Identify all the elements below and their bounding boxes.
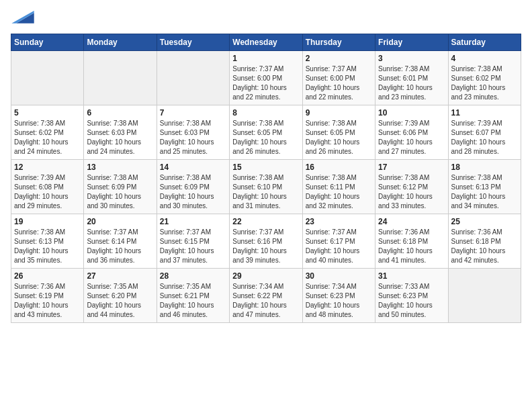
calendar-cell: 8Sunrise: 7:38 AM Sunset: 6:05 PM Daylig…: [230, 105, 302, 160]
day-info: Sunrise: 7:35 AM Sunset: 6:20 PM Dayligh…: [87, 282, 153, 320]
calendar-cell: 18Sunrise: 7:38 AM Sunset: 6:13 PM Dayli…: [448, 160, 521, 214]
day-number: 20: [87, 217, 153, 226]
day-info: Sunrise: 7:36 AM Sunset: 6:18 PM Dayligh…: [378, 228, 445, 265]
day-number: 3: [378, 54, 445, 63]
calendar-cell: 12Sunrise: 7:39 AM Sunset: 6:08 PM Dayli…: [11, 160, 84, 214]
day-number: 10: [378, 108, 445, 118]
day-info: Sunrise: 7:38 AM Sunset: 6:02 PM Dayligh…: [14, 119, 81, 156]
day-info: Sunrise: 7:39 AM Sunset: 6:07 PM Dayligh…: [451, 119, 518, 156]
day-number: 25: [451, 217, 518, 226]
day-info: Sunrise: 7:37 AM Sunset: 6:00 PM Dayligh…: [232, 64, 299, 102]
calendar-cell: 27Sunrise: 7:35 AM Sunset: 6:20 PM Dayli…: [84, 269, 157, 323]
day-info: Sunrise: 7:37 AM Sunset: 6:15 PM Dayligh…: [160, 228, 226, 265]
calendar-cell: [157, 51, 229, 105]
day-info: Sunrise: 7:33 AM Sunset: 6:23 PM Dayligh…: [378, 282, 445, 320]
logo-icon: [11, 11, 35, 24]
day-info: Sunrise: 7:38 AM Sunset: 6:09 PM Dayligh…: [87, 173, 153, 211]
calendar-cell: 10Sunrise: 7:39 AM Sunset: 6:06 PM Dayli…: [375, 105, 448, 160]
day-info: Sunrise: 7:38 AM Sunset: 6:03 PM Dayligh…: [160, 119, 226, 156]
calendar-cell: 1Sunrise: 7:37 AM Sunset: 6:00 PM Daylig…: [230, 51, 302, 105]
day-info: Sunrise: 7:38 AM Sunset: 6:02 PM Dayligh…: [451, 64, 518, 102]
day-info: Sunrise: 7:34 AM Sunset: 6:23 PM Dayligh…: [306, 282, 372, 320]
calendar-cell: 13Sunrise: 7:38 AM Sunset: 6:09 PM Dayli…: [84, 160, 157, 214]
day-number: 12: [14, 163, 81, 172]
day-number: 8: [232, 108, 299, 118]
calendar-cell: 28Sunrise: 7:35 AM Sunset: 6:21 PM Dayli…: [157, 269, 229, 323]
day-number: 6: [87, 108, 153, 118]
calendar-cell: 23Sunrise: 7:37 AM Sunset: 6:17 PM Dayli…: [302, 214, 375, 269]
day-number: 24: [378, 217, 445, 226]
day-info: Sunrise: 7:35 AM Sunset: 6:21 PM Dayligh…: [160, 282, 226, 320]
day-number: 11: [451, 108, 518, 118]
day-number: 26: [14, 271, 81, 281]
calendar-cell: 4Sunrise: 7:38 AM Sunset: 6:02 PM Daylig…: [448, 51, 521, 105]
calendar-cell: [84, 51, 157, 105]
day-info: Sunrise: 7:38 AM Sunset: 6:11 PM Dayligh…: [306, 173, 372, 211]
calendar-cell: 11Sunrise: 7:39 AM Sunset: 6:07 PM Dayli…: [448, 105, 521, 160]
day-number: 13: [87, 163, 153, 172]
day-info: Sunrise: 7:37 AM Sunset: 6:17 PM Dayligh…: [306, 228, 372, 265]
calendar-cell: [448, 269, 521, 323]
day-info: Sunrise: 7:38 AM Sunset: 6:05 PM Dayligh…: [306, 119, 372, 156]
day-number: 17: [378, 163, 445, 172]
calendar-cell: [11, 51, 84, 105]
day-number: 18: [451, 163, 518, 172]
day-info: Sunrise: 7:34 AM Sunset: 6:22 PM Dayligh…: [232, 282, 299, 320]
calendar-week-1: 1Sunrise: 7:37 AM Sunset: 6:00 PM Daylig…: [11, 51, 521, 105]
calendar-week-4: 19Sunrise: 7:38 AM Sunset: 6:13 PM Dayli…: [11, 214, 521, 269]
calendar-week-5: 26Sunrise: 7:36 AM Sunset: 6:19 PM Dayli…: [11, 269, 521, 323]
calendar-cell: 20Sunrise: 7:37 AM Sunset: 6:14 PM Dayli…: [84, 214, 157, 269]
day-info: Sunrise: 7:36 AM Sunset: 6:18 PM Dayligh…: [451, 228, 518, 265]
calendar-cell: 7Sunrise: 7:38 AM Sunset: 6:03 PM Daylig…: [157, 105, 229, 160]
day-number: 15: [232, 163, 299, 172]
weekday-header-sunday: Sunday: [11, 34, 84, 51]
day-number: 14: [160, 163, 226, 172]
day-info: Sunrise: 7:36 AM Sunset: 6:19 PM Dayligh…: [14, 282, 81, 320]
day-number: 28: [160, 271, 226, 281]
calendar-cell: 3Sunrise: 7:38 AM Sunset: 6:01 PM Daylig…: [375, 51, 448, 105]
day-info: Sunrise: 7:38 AM Sunset: 6:13 PM Dayligh…: [451, 173, 518, 211]
calendar-cell: 17Sunrise: 7:38 AM Sunset: 6:12 PM Dayli…: [375, 160, 448, 214]
logo: [11, 11, 35, 26]
day-info: Sunrise: 7:39 AM Sunset: 6:06 PM Dayligh…: [378, 119, 445, 156]
weekday-header-monday: Monday: [84, 34, 157, 51]
calendar-cell: 21Sunrise: 7:37 AM Sunset: 6:15 PM Dayli…: [157, 214, 229, 269]
calendar-week-3: 12Sunrise: 7:39 AM Sunset: 6:08 PM Dayli…: [11, 160, 521, 214]
weekday-header-friday: Friday: [375, 34, 448, 51]
day-number: 30: [306, 271, 372, 281]
day-number: 27: [87, 271, 153, 281]
weekday-header-tuesday: Tuesday: [157, 34, 229, 51]
weekday-header-wednesday: Wednesday: [230, 34, 302, 51]
calendar-cell: 19Sunrise: 7:38 AM Sunset: 6:13 PM Dayli…: [11, 214, 84, 269]
calendar-cell: 2Sunrise: 7:37 AM Sunset: 6:00 PM Daylig…: [302, 51, 375, 105]
calendar-week-2: 5Sunrise: 7:38 AM Sunset: 6:02 PM Daylig…: [11, 105, 521, 160]
day-info: Sunrise: 7:37 AM Sunset: 6:16 PM Dayligh…: [232, 228, 299, 265]
day-number: 16: [306, 163, 372, 172]
calendar-table: SundayMondayTuesdayWednesdayThursdayFrid…: [11, 34, 521, 323]
day-info: Sunrise: 7:39 AM Sunset: 6:08 PM Dayligh…: [14, 173, 81, 211]
day-info: Sunrise: 7:37 AM Sunset: 6:00 PM Dayligh…: [306, 64, 372, 102]
day-number: 7: [160, 108, 226, 118]
day-number: 1: [232, 54, 299, 63]
day-info: Sunrise: 7:38 AM Sunset: 6:09 PM Dayligh…: [160, 173, 226, 211]
day-number: 19: [14, 217, 81, 226]
calendar-cell: 25Sunrise: 7:36 AM Sunset: 6:18 PM Dayli…: [448, 214, 521, 269]
page-header: [11, 11, 521, 26]
day-number: 4: [451, 54, 518, 63]
day-number: 5: [14, 108, 81, 118]
day-info: Sunrise: 7:38 AM Sunset: 6:10 PM Dayligh…: [232, 173, 299, 211]
calendar-cell: 6Sunrise: 7:38 AM Sunset: 6:03 PM Daylig…: [84, 105, 157, 160]
day-number: 31: [378, 271, 445, 281]
day-info: Sunrise: 7:38 AM Sunset: 6:13 PM Dayligh…: [14, 228, 81, 265]
calendar-cell: 15Sunrise: 7:38 AM Sunset: 6:10 PM Dayli…: [230, 160, 302, 214]
calendar-cell: 14Sunrise: 7:38 AM Sunset: 6:09 PM Dayli…: [157, 160, 229, 214]
day-info: Sunrise: 7:38 AM Sunset: 6:12 PM Dayligh…: [378, 173, 445, 211]
calendar-cell: 30Sunrise: 7:34 AM Sunset: 6:23 PM Dayli…: [302, 269, 375, 323]
calendar-cell: 29Sunrise: 7:34 AM Sunset: 6:22 PM Dayli…: [230, 269, 302, 323]
day-number: 22: [232, 217, 299, 226]
weekday-header-saturday: Saturday: [448, 34, 521, 51]
calendar-cell: 26Sunrise: 7:36 AM Sunset: 6:19 PM Dayli…: [11, 269, 84, 323]
day-info: Sunrise: 7:38 AM Sunset: 6:03 PM Dayligh…: [87, 119, 153, 156]
calendar-cell: 31Sunrise: 7:33 AM Sunset: 6:23 PM Dayli…: [375, 269, 448, 323]
day-number: 23: [306, 217, 372, 226]
